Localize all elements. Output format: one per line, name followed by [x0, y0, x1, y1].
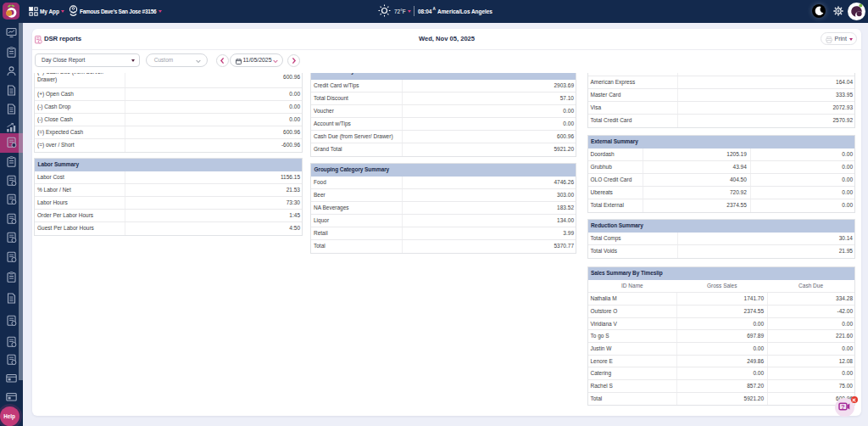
svg-text:?: ?	[841, 402, 845, 410]
